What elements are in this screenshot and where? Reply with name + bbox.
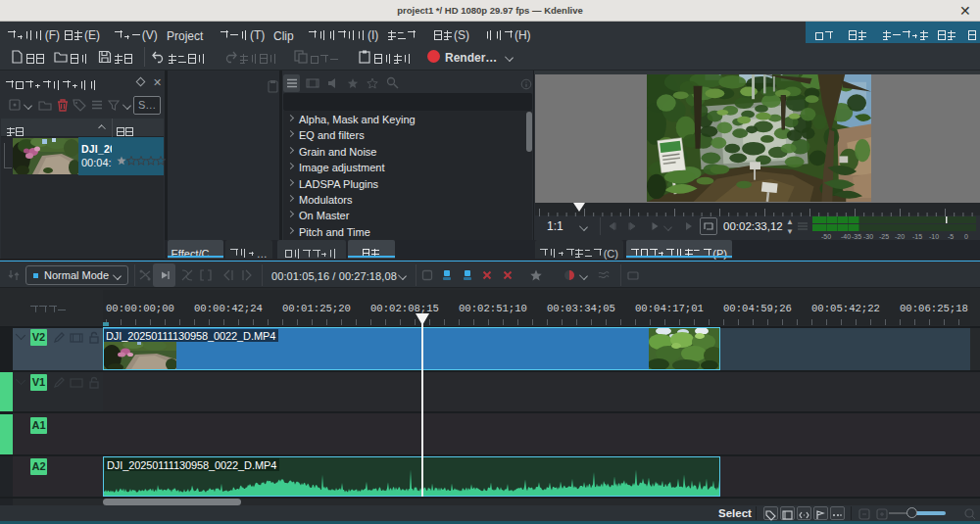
svg-text:00:05:42;22: 00:05:42;22: [811, 303, 880, 314]
svg-text:-20: -20: [895, 233, 905, 240]
svg-text:00:02:51;10: 00:02:51;10: [459, 303, 527, 314]
svg-text:-50: -50: [821, 233, 831, 240]
svg-text:-10: -10: [929, 233, 939, 240]
svg-text:00:00:00;00: 00:00:00;00: [106, 303, 174, 314]
svg-text:-40: -40: [841, 233, 851, 240]
svg-text:00:06:25;18: 00:06:25;18: [900, 303, 968, 314]
svg-text:00:01:25;20: 00:01:25;20: [282, 303, 351, 314]
svg-text:00:00:42;24: 00:00:42;24: [194, 303, 263, 314]
svg-text:0: 0: [964, 233, 968, 240]
svg-text:-5: -5: [948, 233, 954, 240]
svg-text:-15: -15: [912, 233, 922, 240]
svg-text:00:04:59;26: 00:04:59;26: [723, 303, 792, 314]
svg-text:-35: -35: [852, 233, 861, 240]
svg-text:-30: -30: [863, 233, 873, 240]
svg-text:00:04:17;01: 00:04:17;01: [635, 303, 704, 314]
svg-text:00:03:34;05: 00:03:34;05: [547, 303, 615, 314]
svg-text:-25: -25: [879, 233, 889, 240]
